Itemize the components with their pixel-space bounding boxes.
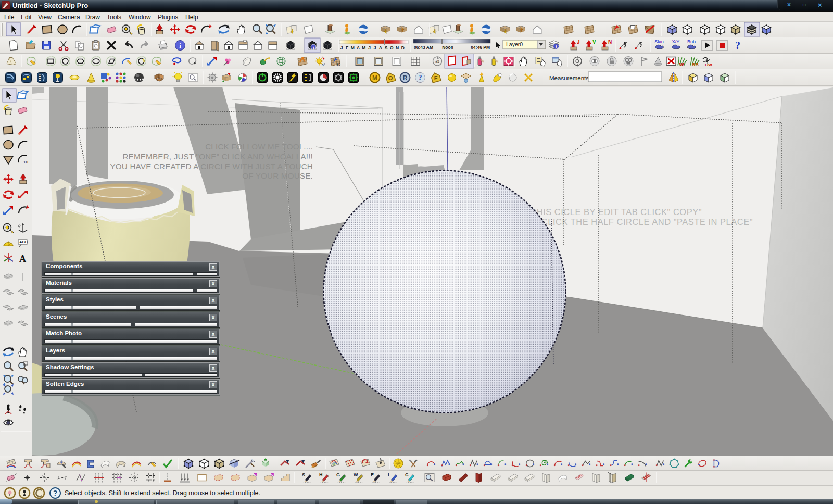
svg-text:W: W (679, 62, 684, 67)
svg-text:CLICK FOLLOW ME TOOL....: CLICK FOLLOW ME TOOL.... (205, 142, 313, 151)
svg-text:A: A (357, 45, 360, 51)
svg-text:J: J (577, 39, 580, 45)
svg-text:S: S (385, 45, 388, 51)
svg-text:A: A (379, 45, 382, 51)
svg-text:E: E (371, 472, 374, 477)
svg-text:?: ? (735, 40, 740, 51)
svg-text:R: R (403, 74, 408, 82)
svg-text:O: O (388, 75, 393, 81)
svg-text:Skin: Skin (654, 39, 664, 44)
svg-text:OF YOUR MOUSE.: OF YOUR MOUSE. (242, 171, 313, 180)
svg-text:Bub: Bub (687, 39, 696, 44)
svg-text:M: M (372, 74, 377, 82)
svg-text:GW: GW (705, 62, 712, 67)
svg-text:N: N (608, 39, 612, 45)
svg-text:J: J (368, 45, 371, 51)
svg-text:V: V (592, 39, 596, 45)
svg-text:J: J (340, 45, 343, 51)
svg-text:?: ? (53, 489, 58, 497)
svg-text:04:46 PM: 04:46 PM (471, 45, 490, 50)
svg-text:W: W (354, 472, 358, 477)
svg-text:?: ? (419, 74, 422, 82)
svg-text:C: C (405, 472, 409, 477)
svg-text:H: H (319, 472, 323, 477)
svg-text:L: L (388, 472, 391, 477)
svg-text:A: A (19, 254, 26, 264)
svg-text:RB: RB (692, 62, 699, 67)
svg-text:S: S (302, 472, 305, 477)
svg-text:ABC: ABC (19, 240, 28, 244)
svg-text:Noon: Noon (442, 45, 453, 50)
svg-text:G: G (336, 472, 340, 477)
svg-text:F: F (346, 45, 348, 51)
svg-text:10: 10 (23, 160, 28, 165)
svg-text:06:43 AM: 06:43 AM (414, 45, 433, 50)
svg-text:15: 15 (336, 62, 340, 66)
svg-text:5°: 5° (322, 63, 325, 67)
svg-text:i: i (179, 42, 181, 49)
svg-text:±5: ±5 (435, 60, 439, 64)
svg-text:Measurements: Measurements (549, 75, 589, 81)
svg-text:D: D (401, 45, 405, 51)
svg-text:REMEMBER, JUST "ONE" CLICK AND: REMEMBER, JUST "ONE" CLICK AND WHOALLA!!… (122, 152, 313, 161)
svg-text:J: J (374, 45, 376, 51)
svg-text:X/Y: X/Y (672, 39, 680, 44)
svg-text:M: M (362, 45, 365, 51)
svg-text:Layer0: Layer0 (506, 41, 523, 47)
svg-text:F: F (434, 75, 438, 81)
svg-text:M: M (351, 45, 355, 51)
svg-text:O: O (390, 45, 394, 51)
svg-text:YOU HAVE CREATED A CIRCLE WITH: YOU HAVE CREATED A CIRCLE WITH JUST A TO… (110, 162, 313, 171)
svg-text:N: N (396, 45, 399, 51)
